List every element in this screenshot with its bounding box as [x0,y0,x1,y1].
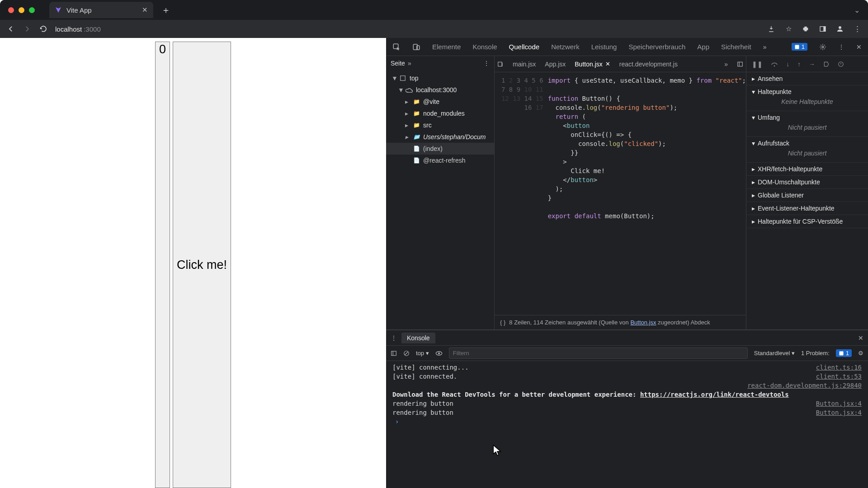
tree-node-modules[interactable]: ▸ 📁 node_modules [386,108,494,119]
section-callstack[interactable]: ▾AufrufstackNicht pausiert [746,137,868,163]
navigator-menu-icon[interactable]: ⋮ [483,60,490,67]
kebab-icon[interactable]: ⋮ [838,43,844,51]
pause-exceptions-icon[interactable] [838,61,844,67]
device-toggle-icon[interactable] [412,43,420,51]
issues-badge[interactable]: 1 [792,43,807,51]
address-bar[interactable]: localhost :3000 [55,25,760,33]
footer-file-link[interactable]: Button.jsx [630,319,656,326]
toggle-sidebar-icon[interactable] [391,350,397,357]
tree-vite[interactable]: ▸ 📁 @vite [386,96,494,108]
sidepanel-icon[interactable] [818,24,827,33]
navigator-title: Seite [391,60,405,67]
tree-index[interactable]: 📄 (index) [386,143,494,155]
react-devtools-link[interactable]: https://reactjs.org/link/react-devtools [640,391,789,398]
more-tabs-icon[interactable]: » [763,43,767,51]
drawer-title[interactable]: Konsole [401,333,435,343]
install-icon[interactable] [767,24,776,33]
problems-label: 1 Problem: [801,350,830,357]
gear-icon[interactable] [819,43,826,51]
file-tabstrip: main.jsx App.jsx Button.jsx✕ react.devel… [495,56,746,72]
reload-icon[interactable] [39,24,48,33]
toggle-nav-icon[interactable] [737,61,743,67]
tab-security[interactable]: Sicherheit [721,43,751,51]
counter-display: 0 [155,42,170,488]
file-tab-react-dev[interactable]: react.development.js [619,61,678,68]
log-source-link[interactable]: client.ts:16 [816,364,862,371]
section-breakpoints[interactable]: ▾HaltepunkteKeine Haltepunkte [746,85,868,111]
more-file-tabs-icon[interactable]: » [724,61,728,68]
address-port: :3000 [84,25,101,33]
close-icon[interactable] [8,7,14,13]
tree-top[interactable]: ▼ top [386,72,494,84]
step-into-icon[interactable]: ↓ [786,61,789,68]
tab-elements[interactable]: Elemente [432,43,461,51]
address-host: localhost [55,25,82,33]
minimize-icon[interactable] [19,7,24,13]
browser-tab[interactable]: Vite App ✕ [49,2,153,18]
code-area[interactable]: 1 2 3 4 5 6 7 8 9 10 11 12 13 14 15 16 1… [495,72,746,315]
console-gear-icon[interactable]: ⚙ [858,350,863,357]
log-row: rendering buttonButton.jsx:4 [386,408,868,417]
tree-userpath[interactable]: ▸ 📁 Users/stephan/Docum [386,131,494,143]
inspect-icon[interactable] [392,43,401,51]
context-selector[interactable]: top ▾ [416,350,429,357]
section-dom[interactable]: ▸DOM-Umschaltpunkte [746,176,868,189]
more-nav-icon[interactable]: » [408,60,411,67]
pretty-print-icon[interactable]: { } [500,319,505,326]
menu-icon[interactable]: ⋮ [853,24,862,33]
extensions-icon[interactable] [801,24,810,33]
tab-network[interactable]: Netzwerk [551,43,580,51]
section-csp[interactable]: ▸Haltepunkte für CSP-Verstöße [746,215,868,228]
forward-icon[interactable] [23,24,32,33]
file-tab-app[interactable]: App.jsx [545,61,566,68]
tab-performance[interactable]: Leistung [591,43,617,51]
console-prompt[interactable]: › [386,417,868,426]
profile-icon[interactable] [835,24,844,33]
tab-list-icon[interactable] [497,61,504,67]
tab-memory[interactable]: Speicherverbrauch [628,43,685,51]
filter-input[interactable] [449,347,748,359]
drawer-menu-icon[interactable]: ⋮ [391,334,397,342]
step-icon[interactable]: → [809,61,815,68]
tab-sources[interactable]: Quellcode [509,43,540,51]
log-source-link[interactable]: client.ts:53 [816,373,862,380]
zoom-icon[interactable] [29,7,35,13]
folder-icon: 📁 [413,110,420,117]
click-me-button[interactable]: Click me! [173,42,231,488]
close-tab-icon[interactable]: ✕ [605,61,610,67]
close-drawer-icon[interactable]: ✕ [858,334,863,342]
section-scope[interactable]: ▾UmfangNicht pausiert [746,111,868,137]
tree-react-refresh[interactable]: 📄 @react-refresh [386,155,494,166]
section-watch[interactable]: ▸Ansehen [746,72,868,85]
svg-rect-9 [498,62,502,66]
tree-host[interactable]: ▼ localhost:3000 [386,84,494,96]
tab-app[interactable]: App [697,43,709,51]
level-selector[interactable]: Standardlevel ▾ [754,350,795,357]
log-source-link[interactable]: Button.jsx:4 [816,409,862,416]
problems-badge[interactable]: 1 [836,349,852,357]
new-tab-button[interactable]: ＋ [161,4,170,16]
step-out-icon[interactable]: ↑ [797,61,801,68]
live-expr-icon[interactable] [435,351,443,356]
log-source-link[interactable]: Button.jsx:4 [816,400,862,407]
console-log[interactable]: [vite] connecting...client.ts:16 [vite] … [386,361,868,488]
deactivate-bp-icon[interactable] [823,61,830,67]
clear-console-icon[interactable] [403,350,410,357]
close-devtools-icon[interactable]: ✕ [856,43,862,51]
log-source-link[interactable]: react-dom.development.js:29840 [747,382,862,389]
file-tab-main[interactable]: main.jsx [513,61,536,68]
section-xhr[interactable]: ▸XHR/fetch-Haltepunkte [746,163,868,176]
file-navigator: Seite » ⋮ ▼ top ▼ localhost:3 [386,56,495,329]
section-global[interactable]: ▸Globale Listener [746,189,868,202]
tree-src[interactable]: ▸ 📁 src [386,119,494,131]
tab-close-icon[interactable]: ✕ [142,6,148,14]
star-icon[interactable]: ☆ [784,24,793,33]
step-over-icon[interactable] [771,61,778,67]
section-event[interactable]: ▸Event-Listener-Haltepunkte [746,202,868,215]
back-icon[interactable] [6,24,15,33]
file-tab-button[interactable]: Button.jsx✕ [575,61,610,68]
tab-console[interactable]: Konsole [472,43,497,51]
favicon-icon [55,6,62,14]
chevron-down-icon[interactable]: ⌄ [854,6,860,14]
pause-icon[interactable]: ❚❚ [752,61,763,68]
